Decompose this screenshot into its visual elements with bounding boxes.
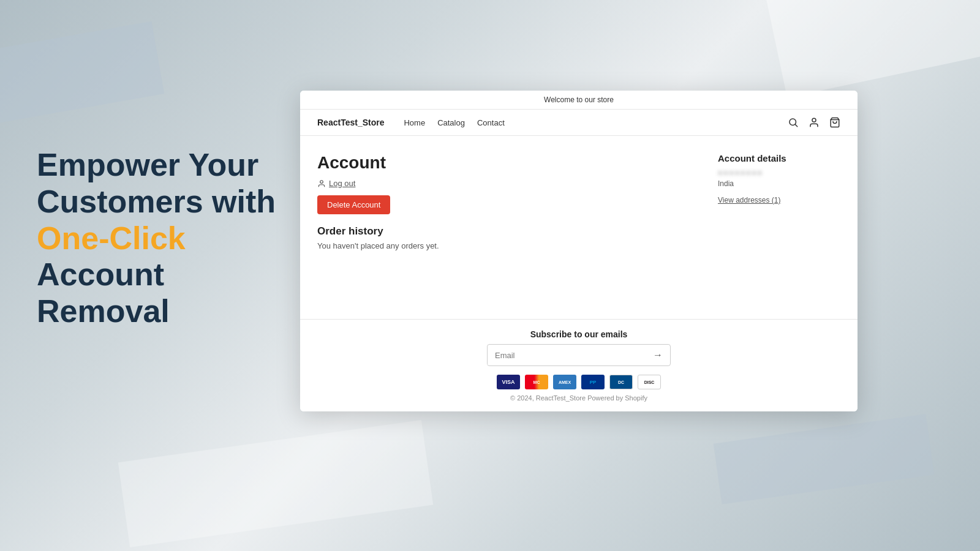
svg-line-1 [795, 124, 797, 126]
subscribe-button[interactable]: → [646, 345, 670, 365]
order-history-title: Order history [317, 225, 840, 238]
account-details-title: Account details [718, 153, 840, 163]
mastercard-icon: MC [525, 375, 548, 389]
headline-highlight: One-Click [37, 220, 186, 256]
nav-catalog-link[interactable]: Catalog [437, 118, 465, 127]
nav-contact-link[interactable]: Contact [477, 118, 505, 127]
account-country: India [718, 179, 840, 188]
payment-icons: VISA MC AMEX PP DC DISC [317, 375, 840, 389]
cart-icon[interactable] [829, 117, 840, 128]
amex-icon: AMEX [553, 375, 576, 389]
svg-point-0 [790, 119, 796, 126]
subscribe-form: → [487, 344, 671, 366]
subscribe-title: Subscribe to our emails [317, 329, 840, 339]
logout-label: Log out [329, 179, 355, 188]
subscribe-section: Subscribe to our emails → [317, 329, 840, 366]
store-logo: ReactTest_Store [317, 118, 384, 127]
visa-icon: VISA [497, 375, 520, 389]
account-email: ●●●●●●●● [718, 168, 840, 177]
discover-icon: DISC [638, 375, 661, 389]
svg-point-2 [812, 118, 816, 122]
account-icon[interactable] [809, 117, 820, 128]
email-input[interactable] [488, 346, 646, 365]
nav: ReactTest_Store Home Catalog Contact [300, 110, 858, 136]
footer-copyright: © 2024, ReactTest_Store Powered by Shopi… [317, 394, 840, 402]
svg-point-4 [320, 180, 323, 183]
account-details-panel: Account details ●●●●●●●● India View addr… [718, 153, 840, 205]
announcement-bar: Welcome to our store [300, 91, 858, 110]
nav-home-link[interactable]: Home [404, 118, 425, 127]
headline: Empower Your Customers with One-Click Ac… [37, 147, 294, 330]
headline-line4: Removal [37, 293, 170, 329]
store-card: Welcome to our store ReactTest_Store Hom… [300, 91, 858, 411]
store-main: Account Log out Delete Account Order his… [300, 136, 858, 319]
nav-icons [788, 117, 840, 128]
search-icon[interactable] [788, 117, 799, 128]
headline-line1: Empower Your [37, 147, 258, 182]
nav-links: Home Catalog Contact [404, 118, 504, 127]
headline-line3: Account [37, 257, 164, 292]
left-panel: Empower Your Customers with One-Click Ac… [37, 147, 294, 330]
logout-icon [317, 179, 326, 188]
diners-icon: DC [609, 375, 633, 389]
view-addresses-link[interactable]: View addresses (1) [718, 196, 781, 204]
delete-account-button[interactable]: Delete Account [317, 195, 390, 214]
order-history-empty-text: You haven't placed any orders yet. [317, 241, 840, 250]
announcement-text: Welcome to our store [544, 96, 614, 104]
paypal-icon: PP [581, 375, 605, 389]
headline-line2: Customers with [37, 184, 276, 219]
store-footer: Subscribe to our emails → VISA MC AMEX P… [300, 319, 858, 411]
